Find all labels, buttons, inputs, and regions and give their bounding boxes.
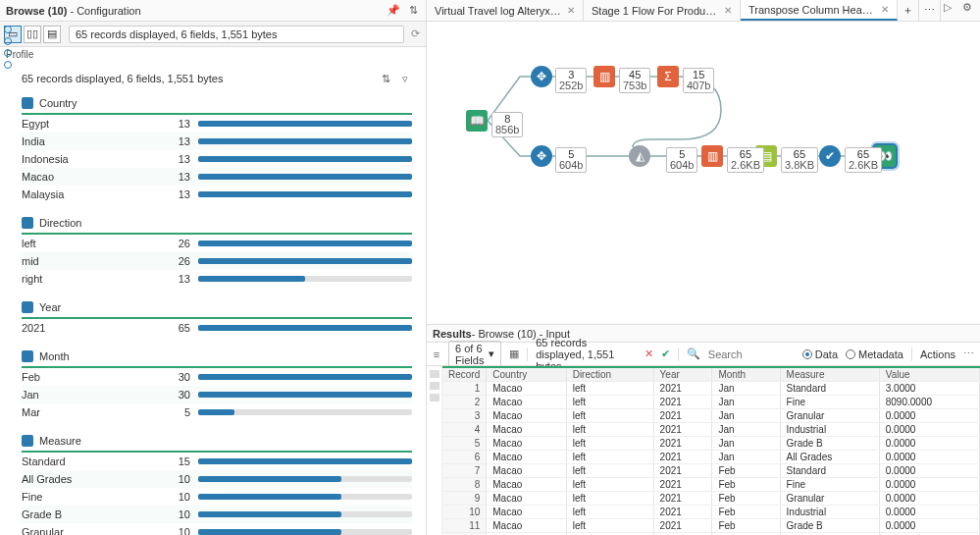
table-row[interactable]: 11Macaoleft2021FebGrade B0.0000	[442, 519, 980, 533]
run-icon[interactable]: ▷	[941, 0, 954, 14]
apply-icon[interactable]: ✔	[661, 348, 670, 361]
canvas-tool-join1[interactable]: ▥	[593, 66, 615, 87]
results-menu-icon[interactable]: ≡	[433, 348, 440, 361]
category-header[interactable]: Measure	[22, 431, 412, 453]
cell: 2021	[653, 492, 712, 506]
table-row[interactable]: 9Macaoleft2021FebGranular0.0000	[442, 492, 980, 506]
close-tab-icon[interactable]: ✕	[881, 4, 889, 15]
profile-row-count: 30	[169, 371, 198, 383]
table-row[interactable]: 7Macaoleft2021FebStandard0.0000	[442, 464, 980, 478]
workflow-tab[interactable]: Stage 1 Flow For Product Review Table.y……	[584, 0, 741, 21]
settings-icon[interactable]: ⚙	[960, 0, 974, 14]
refresh-icon[interactable]: ⟳	[408, 27, 422, 41]
workflow-canvas[interactable]: 📖✥▥Σ✥◭▥▤✔👀8856b3252b45753b15407b5604b560…	[427, 22, 980, 324]
col-header[interactable]: Country	[487, 368, 566, 382]
col-header[interactable]: Year	[653, 368, 712, 382]
search-input[interactable]	[708, 348, 787, 360]
field-type-icon	[22, 435, 33, 447]
close-tab-icon[interactable]: ✕	[724, 5, 732, 16]
results-table-wrap[interactable]: RecordCountryDirectionYearMonthMeasureVa…	[442, 366, 980, 535]
canvas-tool-join2[interactable]: ▥	[701, 145, 723, 167]
profile-row[interactable]: Indonesia 13	[22, 150, 412, 168]
category-header[interactable]: Year	[22, 297, 412, 319]
col-header[interactable]: Measure	[780, 368, 879, 382]
clear-icon[interactable]: ✕	[645, 348, 653, 361]
canvas-tool-input[interactable]: 📖	[466, 110, 488, 132]
profile-row[interactable]: left 26	[22, 235, 412, 252]
table-row[interactable]: 8Macaoleft2021FebFine0.0000	[442, 478, 980, 492]
profile-row[interactable]: Granular 10	[22, 523, 412, 535]
profile-row[interactable]: Feb 30	[22, 368, 412, 386]
tab-overflow-button[interactable]: ⋯	[919, 0, 941, 21]
category-header[interactable]: Country	[22, 93, 412, 115]
results-panel: Results - Browse (10) - Input ≡ 6 of 6 F…	[427, 324, 980, 535]
metadata-radio[interactable]: Metadata	[846, 348, 903, 360]
sort-icon[interactable]: ⇅	[379, 72, 392, 85]
profile-row[interactable]: mid 26	[22, 252, 412, 270]
view-table-button[interactable]: ▤	[43, 26, 61, 43]
profile-row-bar	[198, 458, 412, 464]
canvas-tool-select2[interactable]: ✥	[531, 145, 552, 167]
profile-row[interactable]: Mar 5	[22, 403, 412, 421]
config-toolbar: ▭ ▯▯ ▤ 65 records displayed, 6 fields, 1…	[0, 22, 426, 47]
canvas-tool-filter[interactable]: ✔	[819, 145, 841, 167]
profile-row[interactable]: Macao 13	[22, 168, 412, 186]
cell: 5	[442, 437, 487, 451]
search-icon: 🔍	[687, 348, 700, 360]
col-header[interactable]: Value	[879, 368, 979, 382]
more-icon[interactable]: ⋯	[963, 348, 974, 361]
table-row[interactable]: 6Macaoleft2021JanAll Grades0.0000	[442, 451, 980, 464]
profile-row-count: 13	[169, 118, 198, 130]
data-radio[interactable]: Data	[802, 348, 838, 360]
profile-row[interactable]: Malaysia 13	[22, 186, 412, 203]
cell: 4	[442, 423, 487, 437]
cell: Fine	[780, 478, 879, 492]
cell: left	[566, 492, 653, 506]
table-row[interactable]: 2Macaoleft2021JanFine8090.0000	[442, 396, 980, 409]
profile-row-label: Malaysia	[22, 188, 169, 200]
profile-row[interactable]: Standard 15	[22, 453, 412, 470]
filter-icon[interactable]: ▿	[398, 72, 412, 85]
table-row[interactable]: 10Macaoleft2021FebIndustrial0.0000	[442, 506, 980, 519]
canvas-tool-tool2[interactable]: ◭	[629, 145, 650, 167]
profile-row[interactable]: Jan 30	[22, 386, 412, 403]
collapse-icon[interactable]: ⇅	[406, 4, 420, 18]
category-header[interactable]: Direction	[22, 213, 412, 235]
profile-row[interactable]: 2021 65	[22, 319, 412, 337]
profile-row[interactable]: Fine 10	[22, 488, 412, 506]
category-header[interactable]: Month	[22, 347, 412, 368]
profile-row-count: 13	[169, 188, 198, 200]
col-header[interactable]: Month	[712, 368, 780, 382]
actions-link[interactable]: Actions	[920, 348, 955, 360]
cell: Industrial	[780, 423, 879, 437]
canvas-tool-select1[interactable]: ✥	[531, 66, 552, 87]
cell: left	[566, 423, 653, 437]
col-header[interactable]: Direction	[566, 368, 653, 382]
table-row[interactable]: 5Macaoleft2021JanGrade B0.0000	[442, 437, 980, 451]
profile-row[interactable]: Egypt 13	[22, 115, 412, 133]
fields-dropdown[interactable]: 6 of 6 Fields ▾	[448, 341, 501, 368]
workflow-tab[interactable]: Transpose Column Headers split across … …	[741, 0, 898, 21]
results-title: Results	[433, 328, 472, 340]
profile-row[interactable]: right 13	[22, 270, 412, 288]
workflow-tab[interactable]: Virtual Travel log Alteryx Workflow.yxmd…	[427, 0, 584, 21]
cell-view-icon[interactable]: ▦	[509, 348, 519, 361]
canvas-tool-sum1[interactable]: Σ	[657, 66, 679, 87]
profile-row-count: 5	[169, 406, 198, 418]
cell: left	[566, 382, 653, 396]
col-header[interactable]: Record	[442, 368, 487, 382]
pin-icon[interactable]: 📌	[387, 4, 400, 18]
table-row[interactable]: 3Macaoleft2021JanGranular0.0000	[442, 409, 980, 423]
new-tab-button[interactable]: ＋	[898, 0, 919, 21]
profile-row[interactable]: India 13	[22, 133, 412, 150]
summary-box: 65 records displayed, 6 fields, 1,551 by…	[69, 26, 404, 43]
close-tab-icon[interactable]: ✕	[567, 5, 575, 16]
profile-row[interactable]: Grade B 10	[22, 506, 412, 523]
table-row[interactable]: 1Macaoleft2021JanStandard3.0000	[442, 382, 980, 396]
tab-label: Stage 1 Flow For Product Review Table.y…	[592, 5, 720, 17]
cell: 2021	[653, 409, 712, 423]
profile-row[interactable]: All Grades 10	[22, 470, 412, 488]
view-split-button[interactable]: ▯▯	[24, 26, 41, 43]
cell: 0.0000	[879, 437, 979, 451]
table-row[interactable]: 4Macaoleft2021JanIndustrial0.0000	[442, 423, 980, 437]
